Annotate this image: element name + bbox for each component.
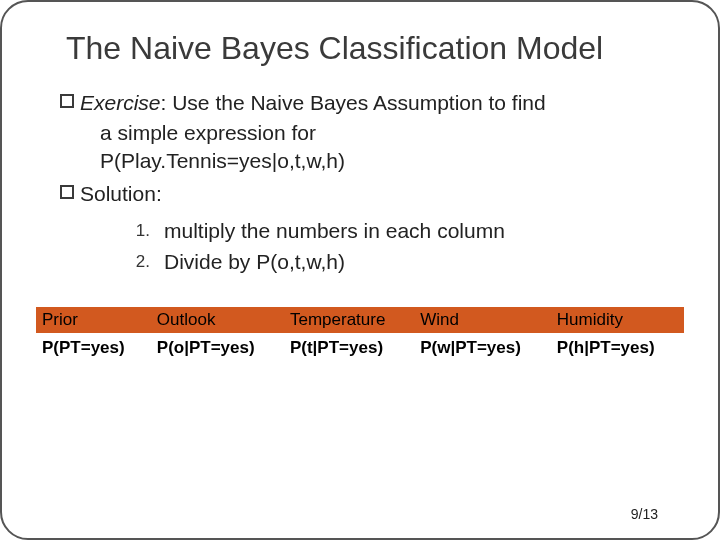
solution-label: Solution: <box>80 180 660 208</box>
bullet-exercise: Exercise: Use the Naive Bayes Assumption… <box>60 89 660 117</box>
td-temperature: P(t|PT=yes) <box>284 333 414 380</box>
th-outlook: Outlook <box>151 307 284 333</box>
exercise-sep: : <box>161 91 173 114</box>
th-wind: Wind <box>414 307 551 333</box>
exercise-line: Exercise: Use the Naive Bayes Assumption… <box>80 89 660 117</box>
square-bullet-icon <box>60 185 74 199</box>
probability-table: Prior Outlook Temperature Wind Humidity … <box>36 307 684 380</box>
enumeration: 1. multiply the numbers in each column 2… <box>130 216 660 277</box>
enum-item-1: 1. multiply the numbers in each column <box>130 216 660 246</box>
page-number: 9/13 <box>631 506 658 522</box>
td-humidity: P(h|PT=yes) <box>551 333 684 380</box>
table-header-row: Prior Outlook Temperature Wind Humidity <box>36 307 684 333</box>
enum-text-1: multiply the numbers in each column <box>164 216 505 246</box>
td-wind: P(w|PT=yes) <box>414 333 551 380</box>
bullet-solution: Solution: <box>60 180 660 208</box>
th-humidity: Humidity <box>551 307 684 333</box>
table: Prior Outlook Temperature Wind Humidity … <box>36 307 684 380</box>
exercise-cont-2: P(Play.Tennis=yes|o,t,w,h) <box>100 147 660 175</box>
enum-text-2: Divide by P(o,t,w,h) <box>164 247 345 277</box>
enum-num-2: 2. <box>130 247 150 277</box>
exercise-text: Use the Naive Bayes Assumption to find <box>172 91 546 114</box>
th-prior: Prior <box>36 307 151 333</box>
slide-title: The Naive Bayes Classification Model <box>66 30 654 67</box>
td-outlook: P(o|PT=yes) <box>151 333 284 380</box>
slide-frame: The Naive Bayes Classification Model Exe… <box>0 0 720 540</box>
exercise-cont-1: a simple expression for <box>100 119 660 147</box>
enum-num-1: 1. <box>130 216 150 246</box>
th-temperature: Temperature <box>284 307 414 333</box>
slide-body: Exercise: Use the Naive Bayes Assumption… <box>60 89 660 277</box>
enum-item-2: 2. Divide by P(o,t,w,h) <box>130 247 660 277</box>
exercise-label: Exercise <box>80 91 161 114</box>
td-prior: P(PT=yes) <box>36 333 151 380</box>
table-row: P(PT=yes) P(o|PT=yes) P(t|PT=yes) P(w|PT… <box>36 333 684 380</box>
square-bullet-icon <box>60 94 74 108</box>
